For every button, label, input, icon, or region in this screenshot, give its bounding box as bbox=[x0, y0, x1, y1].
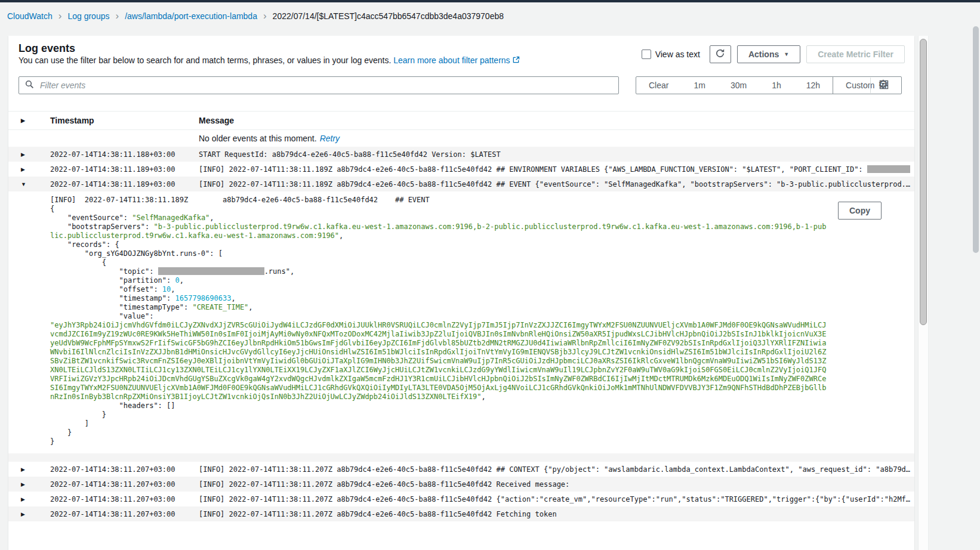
chevron-right-icon: › bbox=[263, 12, 267, 20]
breadcrumb-log-group[interactable]: /aws/lambda/port-execution-lambda bbox=[125, 11, 257, 21]
event-timestamp: 2022-07-14T14:38:11.207+03:00 bbox=[50, 480, 199, 489]
redacted-value bbox=[867, 165, 910, 173]
redacted-value bbox=[158, 267, 264, 275]
time-range-selector: Clear 1m 30m 1h 12h Custom bbox=[636, 76, 902, 94]
breadcrumb-log-stream: 2022/07/14/[$LATEST]c4acc547bb6547cdbb3d… bbox=[273, 11, 504, 21]
no-older-events-text: No older events at this moment. bbox=[199, 134, 317, 143]
expanded-log-event: Copy[INFO] 2022-07-14T11:38:11.189Z a8b7… bbox=[8, 191, 914, 453]
event-message: [INFO] 2022-07-14T11:38:11.207Z a8b79dc4… bbox=[199, 465, 914, 474]
collapse-toggle-icon[interactable]: ▼ bbox=[8, 181, 50, 187]
view-as-text-label: View as text bbox=[655, 50, 700, 59]
refresh-icon bbox=[715, 48, 725, 60]
event-timestamp: 2022-07-14T14:38:11.207+03:00 bbox=[50, 465, 199, 474]
time-range-clear[interactable]: Clear bbox=[636, 77, 681, 94]
expand-toggle-icon[interactable]: ▶ bbox=[8, 511, 50, 517]
breadcrumb: CloudWatch › Log groups › /aws/lambda/po… bbox=[0, 2, 980, 30]
time-range-30m[interactable]: 30m bbox=[718, 77, 759, 94]
column-header-timestamp[interactable]: Timestamp bbox=[50, 116, 199, 125]
filter-events-box bbox=[19, 76, 619, 94]
retry-link[interactable]: Retry bbox=[320, 134, 340, 143]
caret-down-icon: ▼ bbox=[784, 52, 789, 57]
event-message: [INFO] 2022-07-14T11:38:11.189Z a8b79dc4… bbox=[199, 165, 914, 174]
chevron-right-icon: › bbox=[58, 12, 62, 20]
time-range-1m[interactable]: 1m bbox=[681, 77, 717, 94]
actions-label: Actions bbox=[748, 50, 779, 59]
header-controls: View as text Actions ▼ Create Metric Fil… bbox=[642, 45, 905, 64]
search-icon bbox=[25, 80, 34, 91]
log-event-row[interactable]: ▼2022-07-14T14:38:11.189+03:00[INFO] 202… bbox=[8, 177, 914, 191]
no-older-events-row: No older events at this moment. Retry bbox=[8, 130, 914, 147]
log-rows: ▶2022-07-14T14:38:11.188+03:00START Requ… bbox=[8, 147, 914, 521]
breadcrumb-log-groups[interactable]: Log groups bbox=[67, 11, 109, 21]
log-event-row[interactable]: ▶2022-07-14T14:38:11.188+03:00START Requ… bbox=[8, 147, 914, 162]
expand-all-icon[interactable]: ▶ bbox=[8, 118, 50, 123]
page-subtitle: You can use the filter bar below to sear… bbox=[19, 55, 520, 66]
event-timestamp: 2022-07-14T14:38:11.207+03:00 bbox=[50, 495, 199, 503]
expand-toggle-icon[interactable]: ▶ bbox=[8, 166, 50, 172]
actions-button[interactable]: Actions ▼ bbox=[737, 45, 800, 63]
time-range-custom[interactable]: Custom bbox=[833, 77, 901, 94]
event-timestamp: 2022-07-14T14:38:11.188+03:00 bbox=[50, 150, 199, 159]
log-event-row[interactable]: ▶2022-07-14T14:38:11.207+03:00[INFO] 202… bbox=[8, 477, 914, 492]
event-message: START RequestId: a8b79dc4-e2e6-40c5-ba88… bbox=[199, 150, 914, 159]
log-event-row[interactable]: ▶2022-07-14T14:38:11.207+03:00[INFO] 202… bbox=[8, 492, 914, 506]
expand-toggle-icon[interactable]: ▶ bbox=[8, 481, 50, 487]
table-header: ▶ Timestamp Message bbox=[8, 111, 914, 130]
panel-scrollbar-thumb[interactable] bbox=[920, 39, 927, 325]
event-timestamp: 2022-07-14T14:38:11.189+03:00 bbox=[50, 165, 199, 174]
learn-more-link[interactable]: Learn more about filter patterns bbox=[393, 55, 510, 65]
log-event-row[interactable]: ▶2022-07-14T14:38:11.207+03:00[INFO] 202… bbox=[8, 462, 914, 477]
subtitle-text: You can use the filter bar below to sear… bbox=[19, 55, 391, 65]
event-message: [INFO] 2022-07-14T11:38:11.207Z a8b79dc4… bbox=[199, 480, 914, 489]
event-json: [INFO] 2022-07-14T11:38:11.189Z a8b79dc4… bbox=[8, 191, 914, 453]
time-range-12h[interactable]: 12h bbox=[794, 77, 833, 94]
event-message: [INFO] 2022-07-14T11:38:11.207Z a8b79dc4… bbox=[199, 510, 914, 518]
log-events-panel: Log events You can use the filter bar be… bbox=[8, 36, 914, 550]
filter-events-input[interactable] bbox=[39, 80, 618, 91]
external-link-icon bbox=[512, 56, 520, 66]
chevron-right-icon: › bbox=[115, 12, 119, 20]
page-title: Log events bbox=[19, 42, 75, 55]
panel-scrollbar[interactable] bbox=[918, 36, 929, 550]
breadcrumb-cloudwatch[interactable]: CloudWatch bbox=[7, 11, 53, 21]
copy-button[interactable]: Copy bbox=[838, 202, 882, 220]
expand-toggle-icon[interactable]: ▶ bbox=[8, 152, 50, 157]
section-divider bbox=[8, 453, 914, 462]
log-event-row[interactable]: ▶2022-07-14T14:38:11.189+03:00[INFO] 202… bbox=[8, 162, 914, 177]
toolbar-divider bbox=[870, 78, 871, 93]
column-header-message[interactable]: Message bbox=[199, 116, 914, 125]
create-metric-filter-button[interactable]: Create Metric Filter bbox=[806, 45, 905, 63]
expand-toggle-icon[interactable]: ▶ bbox=[8, 466, 50, 472]
window-scrollbar-thumb[interactable] bbox=[973, 26, 979, 253]
expand-toggle-icon[interactable]: ▶ bbox=[8, 496, 50, 502]
event-message: [INFO] 2022-07-14T11:38:11.207Z a8b79dc4… bbox=[199, 495, 914, 503]
event-timestamp: 2022-07-14T14:38:11.207+03:00 bbox=[50, 510, 199, 518]
time-range-1h[interactable]: 1h bbox=[759, 77, 794, 94]
event-message: [INFO] 2022-07-14T11:38:11.189Z a8b79dc4… bbox=[199, 180, 914, 189]
event-timestamp: 2022-07-14T14:38:11.189+03:00 bbox=[50, 180, 199, 189]
refresh-button[interactable] bbox=[710, 45, 731, 63]
gear-icon[interactable]: ⚙ bbox=[878, 77, 889, 91]
view-as-text-checkbox[interactable] bbox=[642, 50, 651, 59]
log-event-row[interactable]: ▶2022-07-14T14:38:11.207+03:00[INFO] 202… bbox=[8, 506, 914, 521]
